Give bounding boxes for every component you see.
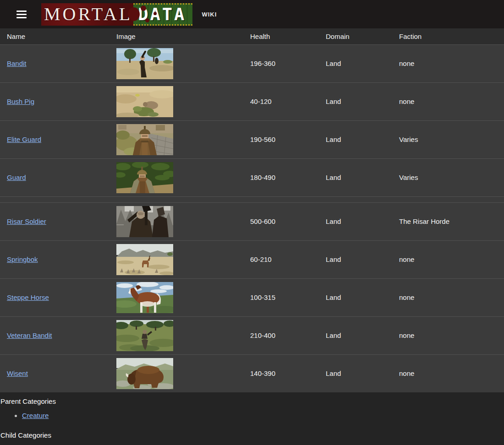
blood-splat-decoration <box>153 12 157 15</box>
health-cell: 500-600 <box>243 202 319 240</box>
spacer-row <box>0 196 504 202</box>
image-cell <box>110 278 243 316</box>
image-cell <box>110 158 243 196</box>
domain-cell: Land <box>319 202 392 240</box>
creature-link[interactable]: Guard <box>7 174 26 181</box>
table-row: Bush Pig40-120Landnone <box>0 82 504 120</box>
blood-splat-decoration <box>128 7 140 21</box>
health-cell: 140-390 <box>243 354 319 392</box>
parent-categories-heading: Parent Categories <box>0 397 504 405</box>
child-categories-heading: Child Categories <box>0 431 504 439</box>
domain-cell: Land <box>319 278 392 316</box>
creature-link[interactable]: Elite Guard <box>7 136 41 143</box>
steppe-horse-image[interactable] <box>116 282 173 313</box>
name-cell: Bush Pig <box>0 82 110 120</box>
spacer-cell <box>319 196 392 202</box>
faction-cell: none <box>392 278 504 316</box>
creature-link[interactable]: Wisent <box>7 369 28 377</box>
spacer-cell <box>243 196 319 202</box>
domain-cell: Land <box>319 240 392 278</box>
parent-categories-list: Creature <box>0 412 504 419</box>
image-cell <box>110 120 243 158</box>
category-link-creature[interactable]: Creature <box>22 412 49 419</box>
column-header-image: Image <box>110 28 243 44</box>
table-row: Veteran Bandit210-400Landnone <box>0 316 504 354</box>
faction-cell: Varies <box>392 158 504 196</box>
name-cell: Wisent <box>0 354 110 392</box>
elite-guard-image[interactable] <box>116 124 173 155</box>
faction-cell: The Risar Horde <box>392 202 504 240</box>
faction-cell: none <box>392 354 504 392</box>
table-row: Springbok60-210Landnone <box>0 240 504 278</box>
health-cell: 196-360 <box>243 44 319 82</box>
health-cell: 40-120 <box>243 82 319 120</box>
risar-soldier-image[interactable] <box>116 206 173 237</box>
health-cell: 210-400 <box>243 316 319 354</box>
image-cell <box>110 202 243 240</box>
spacer-cell <box>0 196 110 202</box>
spacer-cell <box>392 196 504 202</box>
creature-link[interactable]: Bandit <box>7 60 27 67</box>
top-navbar: MORTAL DATA WIKI <box>0 0 504 28</box>
category-footer: Parent Categories Creature Child Categor… <box>0 392 504 439</box>
faction-cell: none <box>392 44 504 82</box>
table-row: Risar Soldier500-600LandThe Risar Horde <box>0 202 504 240</box>
domain-cell: Land <box>319 354 392 392</box>
wisent-image[interactable] <box>116 358 173 389</box>
column-header-domain: Domain <box>319 28 392 44</box>
name-cell: Veteran Bandit <box>0 316 110 354</box>
table-row: Wisent140-390Landnone <box>0 354 504 392</box>
table-row: Elite Guard190-560LandVaries <box>0 120 504 158</box>
table-row: Steppe Horse100-315Landnone <box>0 278 504 316</box>
image-cell <box>110 240 243 278</box>
wiki-link[interactable]: WIKI <box>202 11 217 18</box>
creature-link[interactable]: Springbok <box>7 255 38 263</box>
image-cell <box>110 44 243 82</box>
column-header-health: Health <box>243 28 319 44</box>
table-row: Guard180-490LandVaries <box>0 158 504 196</box>
logo-mortal-section: MORTAL <box>41 3 133 26</box>
image-cell <box>110 82 243 120</box>
health-cell: 180-490 <box>243 158 319 196</box>
creature-table-body: Bandit196-360LandnoneBush Pig40-120Landn… <box>0 44 504 392</box>
bandit-image[interactable] <box>116 48 173 79</box>
domain-cell: Land <box>319 316 392 354</box>
creature-link[interactable]: Veteran Bandit <box>7 331 52 339</box>
logo-text-mortal: MORTAL <box>44 5 132 23</box>
name-cell: Springbok <box>0 240 110 278</box>
logo-data-section: DATA <box>133 3 192 26</box>
domain-cell: Land <box>319 82 392 120</box>
bush-pig-image[interactable] <box>116 86 173 117</box>
health-cell: 60-210 <box>243 240 319 278</box>
list-item: Creature <box>22 412 504 419</box>
veteran-bandit-image[interactable] <box>116 320 173 351</box>
faction-cell: none <box>392 316 504 354</box>
creature-link[interactable]: Steppe Horse <box>7 293 49 301</box>
blood-splat-decoration <box>141 5 146 11</box>
health-cell: 190-560 <box>243 120 319 158</box>
domain-cell: Land <box>319 158 392 196</box>
column-header-faction: Faction <box>392 28 504 44</box>
springbok-image[interactable] <box>116 244 173 275</box>
faction-cell: Varies <box>392 120 504 158</box>
column-header-name: Name <box>0 28 110 44</box>
site-logo[interactable]: MORTAL DATA <box>41 3 192 26</box>
name-cell: Steppe Horse <box>0 278 110 316</box>
domain-cell: Land <box>319 44 392 82</box>
hamburger-menu-icon[interactable] <box>16 9 27 20</box>
image-cell <box>110 354 243 392</box>
faction-cell: none <box>392 82 504 120</box>
image-cell <box>110 316 243 354</box>
name-cell: Risar Soldier <box>0 202 110 240</box>
blood-splat-decoration <box>145 18 149 22</box>
name-cell: Guard <box>0 158 110 196</box>
creature-link[interactable]: Bush Pig <box>7 98 34 105</box>
faction-cell: none <box>392 240 504 278</box>
guard-image[interactable] <box>116 162 173 193</box>
table-header-row: NameImageHealthDomainFaction <box>0 28 504 44</box>
creature-table: NameImageHealthDomainFaction Bandit196-3… <box>0 28 504 392</box>
name-cell: Elite Guard <box>0 120 110 158</box>
creature-link[interactable]: Risar Soldier <box>7 217 46 225</box>
name-cell: Bandit <box>0 44 110 82</box>
spacer-cell <box>110 196 243 202</box>
